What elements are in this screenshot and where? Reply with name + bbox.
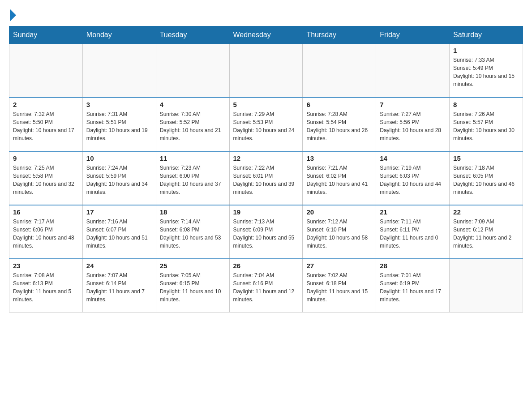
day-info: Sunrise: 7:26 AM Sunset: 5:57 PM Dayligh… xyxy=(453,110,519,142)
day-number: 14 xyxy=(380,154,446,162)
day-info: Sunrise: 7:32 AM Sunset: 5:50 PM Dayligh… xyxy=(13,110,79,142)
calendar-cell: 25Sunrise: 7:05 AM Sunset: 6:15 PM Dayli… xyxy=(156,259,229,313)
calendar-cell: 16Sunrise: 7:17 AM Sunset: 6:06 PM Dayli… xyxy=(9,205,83,259)
day-info: Sunrise: 7:14 AM Sunset: 6:08 PM Dayligh… xyxy=(160,218,226,250)
calendar-week-row: 16Sunrise: 7:17 AM Sunset: 6:06 PM Dayli… xyxy=(9,205,523,259)
calendar-cell: 13Sunrise: 7:21 AM Sunset: 6:02 PM Dayli… xyxy=(303,151,376,205)
calendar-week-row: 9Sunrise: 7:25 AM Sunset: 5:58 PM Daylig… xyxy=(9,151,523,205)
day-number: 11 xyxy=(160,154,226,162)
calendar-cell: 20Sunrise: 7:12 AM Sunset: 6:10 PM Dayli… xyxy=(303,205,376,259)
calendar-week-row: 1Sunrise: 7:33 AM Sunset: 5:49 PM Daylig… xyxy=(9,44,523,98)
day-number: 13 xyxy=(306,154,372,162)
weekday-header-tuesday: Tuesday xyxy=(156,26,229,44)
calendar-cell: 2Sunrise: 7:32 AM Sunset: 5:50 PM Daylig… xyxy=(9,98,83,151)
day-info: Sunrise: 7:08 AM Sunset: 6:13 PM Dayligh… xyxy=(13,271,79,304)
day-number: 2 xyxy=(13,101,79,108)
day-info: Sunrise: 7:22 AM Sunset: 6:01 PM Dayligh… xyxy=(233,164,299,196)
day-info: Sunrise: 7:21 AM Sunset: 6:02 PM Dayligh… xyxy=(306,164,372,196)
day-info: Sunrise: 7:13 AM Sunset: 6:09 PM Dayligh… xyxy=(233,218,299,250)
day-number: 27 xyxy=(306,262,372,270)
calendar-cell xyxy=(9,44,83,98)
weekday-header-wednesday: Wednesday xyxy=(229,26,303,44)
calendar-cell xyxy=(229,44,303,98)
day-info: Sunrise: 7:24 AM Sunset: 5:59 PM Dayligh… xyxy=(86,164,152,196)
calendar-cell: 8Sunrise: 7:26 AM Sunset: 5:57 PM Daylig… xyxy=(450,98,523,151)
day-info: Sunrise: 7:11 AM Sunset: 6:11 PM Dayligh… xyxy=(380,218,446,250)
day-number: 17 xyxy=(86,208,152,216)
calendar-cell: 23Sunrise: 7:08 AM Sunset: 6:13 PM Dayli… xyxy=(9,259,83,313)
calendar-cell xyxy=(82,44,156,98)
calendar-cell: 27Sunrise: 7:02 AM Sunset: 6:18 PM Dayli… xyxy=(303,259,376,313)
day-number: 5 xyxy=(233,101,299,108)
day-info: Sunrise: 7:01 AM Sunset: 6:19 PM Dayligh… xyxy=(380,271,446,304)
day-number: 3 xyxy=(86,101,152,108)
calendar-cell: 6Sunrise: 7:28 AM Sunset: 5:54 PM Daylig… xyxy=(303,98,376,151)
calendar-table: SundayMondayTuesdayWednesdayThursdayFrid… xyxy=(9,26,523,313)
calendar-cell: 3Sunrise: 7:31 AM Sunset: 5:51 PM Daylig… xyxy=(82,98,156,151)
weekday-header-thursday: Thursday xyxy=(303,26,376,44)
calendar-cell xyxy=(303,44,376,98)
day-number: 24 xyxy=(86,262,152,270)
calendar-cell: 21Sunrise: 7:11 AM Sunset: 6:11 PM Dayli… xyxy=(376,205,450,259)
calendar-body: 1Sunrise: 7:33 AM Sunset: 5:49 PM Daylig… xyxy=(9,44,523,313)
calendar-cell: 17Sunrise: 7:16 AM Sunset: 6:07 PM Dayli… xyxy=(82,205,156,259)
day-number: 6 xyxy=(306,101,372,108)
calendar-cell: 14Sunrise: 7:19 AM Sunset: 6:03 PM Dayli… xyxy=(376,151,450,205)
calendar-cell: 11Sunrise: 7:23 AM Sunset: 6:00 PM Dayli… xyxy=(156,151,229,205)
weekday-header-friday: Friday xyxy=(376,26,450,44)
day-info: Sunrise: 7:25 AM Sunset: 5:58 PM Dayligh… xyxy=(13,164,79,196)
calendar-cell xyxy=(450,259,523,313)
day-number: 23 xyxy=(13,262,79,270)
days-of-week-row: SundayMondayTuesdayWednesdayThursdayFrid… xyxy=(9,26,523,44)
day-number: 1 xyxy=(453,47,519,54)
day-number: 8 xyxy=(453,101,519,108)
calendar-cell: 5Sunrise: 7:29 AM Sunset: 5:53 PM Daylig… xyxy=(229,98,303,151)
day-number: 9 xyxy=(13,154,79,162)
day-info: Sunrise: 7:30 AM Sunset: 5:52 PM Dayligh… xyxy=(160,110,226,142)
day-number: 15 xyxy=(453,154,519,162)
calendar-week-row: 2Sunrise: 7:32 AM Sunset: 5:50 PM Daylig… xyxy=(9,98,523,151)
day-number: 10 xyxy=(86,154,152,162)
day-number: 4 xyxy=(160,101,226,108)
day-number: 12 xyxy=(233,154,299,162)
calendar-cell: 28Sunrise: 7:01 AM Sunset: 6:19 PM Dayli… xyxy=(376,259,450,313)
day-info: Sunrise: 7:28 AM Sunset: 5:54 PM Dayligh… xyxy=(306,110,372,142)
calendar-cell: 4Sunrise: 7:30 AM Sunset: 5:52 PM Daylig… xyxy=(156,98,229,151)
weekday-header-saturday: Saturday xyxy=(450,26,523,44)
day-info: Sunrise: 7:33 AM Sunset: 5:49 PM Dayligh… xyxy=(453,56,519,88)
day-number: 26 xyxy=(233,262,299,270)
day-info: Sunrise: 7:05 AM Sunset: 6:15 PM Dayligh… xyxy=(160,271,226,304)
day-info: Sunrise: 7:04 AM Sunset: 6:16 PM Dayligh… xyxy=(233,271,299,304)
logo-arrow-icon xyxy=(10,9,16,21)
calendar-cell: 9Sunrise: 7:25 AM Sunset: 5:58 PM Daylig… xyxy=(9,151,83,205)
day-number: 18 xyxy=(160,208,226,216)
day-number: 28 xyxy=(380,262,446,270)
calendar-header: SundayMondayTuesdayWednesdayThursdayFrid… xyxy=(9,26,523,44)
calendar-cell: 7Sunrise: 7:27 AM Sunset: 5:56 PM Daylig… xyxy=(376,98,450,151)
day-number: 19 xyxy=(233,208,299,216)
day-info: Sunrise: 7:23 AM Sunset: 6:00 PM Dayligh… xyxy=(160,164,226,196)
calendar-cell: 26Sunrise: 7:04 AM Sunset: 6:16 PM Dayli… xyxy=(229,259,303,313)
calendar-cell: 10Sunrise: 7:24 AM Sunset: 5:59 PM Dayli… xyxy=(82,151,156,205)
day-info: Sunrise: 7:19 AM Sunset: 6:03 PM Dayligh… xyxy=(380,164,446,196)
day-info: Sunrise: 7:29 AM Sunset: 5:53 PM Dayligh… xyxy=(233,110,299,142)
day-number: 21 xyxy=(380,208,446,216)
calendar-cell: 22Sunrise: 7:09 AM Sunset: 6:12 PM Dayli… xyxy=(450,205,523,259)
calendar-cell xyxy=(156,44,229,98)
page-header xyxy=(9,9,523,21)
day-info: Sunrise: 7:12 AM Sunset: 6:10 PM Dayligh… xyxy=(306,218,372,250)
day-number: 7 xyxy=(380,101,446,108)
calendar-cell: 19Sunrise: 7:13 AM Sunset: 6:09 PM Dayli… xyxy=(229,205,303,259)
day-info: Sunrise: 7:07 AM Sunset: 6:14 PM Dayligh… xyxy=(86,271,152,304)
day-info: Sunrise: 7:27 AM Sunset: 5:56 PM Dayligh… xyxy=(380,110,446,142)
day-number: 25 xyxy=(160,262,226,270)
weekday-header-monday: Monday xyxy=(82,26,156,44)
calendar-cell: 1Sunrise: 7:33 AM Sunset: 5:49 PM Daylig… xyxy=(450,44,523,98)
calendar-cell: 18Sunrise: 7:14 AM Sunset: 6:08 PM Dayli… xyxy=(156,205,229,259)
day-number: 16 xyxy=(13,208,79,216)
calendar-cell xyxy=(376,44,450,98)
calendar-cell: 15Sunrise: 7:18 AM Sunset: 6:05 PM Dayli… xyxy=(450,151,523,205)
day-info: Sunrise: 7:16 AM Sunset: 6:07 PM Dayligh… xyxy=(86,218,152,250)
weekday-header-sunday: Sunday xyxy=(9,26,83,44)
day-number: 20 xyxy=(306,208,372,216)
